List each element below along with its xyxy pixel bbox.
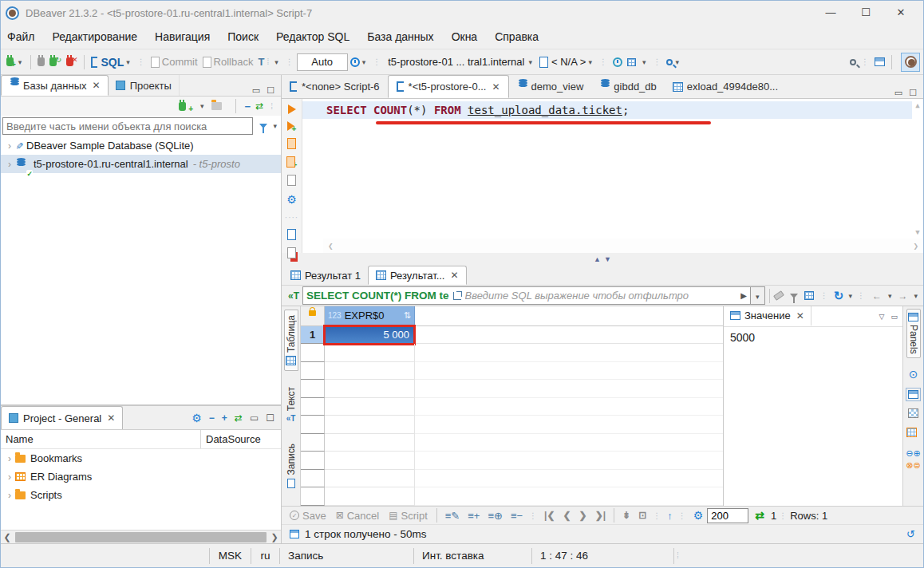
editor-hscrollbar[interactable]: ❮❯ bbox=[323, 239, 923, 253]
new-folder-icon[interactable] bbox=[211, 102, 222, 110]
cell-value-text[interactable]: 5000 bbox=[724, 327, 902, 348]
add-row-icon[interactable]: ≡+ bbox=[468, 510, 480, 522]
dbeaver-perspective-button[interactable] bbox=[901, 53, 920, 72]
filter-input[interactable]: SELECT COUNT(*) FROM te Введите SQL выра… bbox=[302, 286, 751, 305]
menu-edit[interactable]: Редактирование bbox=[52, 30, 137, 43]
menu-help[interactable]: Справка bbox=[495, 30, 539, 43]
tab-projects[interactable]: Проекты bbox=[109, 75, 180, 96]
grid-settings-gear-icon[interactable]: ⚙ bbox=[693, 509, 704, 522]
maximize-button[interactable]: ☐ bbox=[848, 2, 883, 23]
rollback-button[interactable]: Rollback bbox=[200, 53, 256, 72]
project-hscrollbar[interactable]: ❮ ❯ bbox=[1, 530, 281, 543]
connection-selector[interactable]: t5-prostore-01 ... tral1.internal▾ bbox=[384, 53, 537, 72]
menu-database[interactable]: База данных bbox=[367, 30, 433, 43]
grouping-panel-icon[interactable]: ⊙ bbox=[909, 368, 918, 381]
editor-minmax[interactable]: ▭☐ bbox=[888, 88, 923, 98]
new-connection-icon[interactable] bbox=[179, 102, 186, 111]
project-item-scripts[interactable]: › Scripts bbox=[1, 486, 281, 504]
edit-row-icon[interactable]: ≡✎ bbox=[445, 510, 460, 522]
tree-item-sample-db[interactable]: › ✎ DBeaver Sample Database (SQLite) bbox=[1, 136, 281, 155]
tree-item-t5-prostore[interactable]: › t5-prostore-01.ru-central1.internal - … bbox=[1, 155, 281, 173]
next-row-icon[interactable]: ❯ bbox=[579, 510, 587, 521]
link-editor-icon[interactable]: ⇄ bbox=[255, 101, 263, 112]
minimize-panel-icon[interactable]: ▭ bbox=[250, 412, 259, 424]
presentation-tab-record[interactable]: Запись bbox=[285, 439, 298, 492]
column-name[interactable]: Name bbox=[1, 430, 201, 448]
commit-button[interactable]: Commit bbox=[148, 53, 200, 72]
tab-result-1[interactable]: Результат 1 bbox=[283, 266, 368, 285]
er-diagram-button[interactable]: ▾ bbox=[625, 53, 651, 72]
pin-result-icon[interactable]: ↺ bbox=[906, 528, 915, 540]
new-sql-editor-button[interactable]: SQL▾ bbox=[89, 53, 134, 72]
save-filter-icon[interactable] bbox=[804, 291, 814, 300]
open-perspective-button[interactable] bbox=[872, 53, 887, 72]
tab-script-7-active[interactable]: *<t5-prostore-0... ✕ bbox=[388, 75, 509, 98]
scrollbar-thumb[interactable] bbox=[15, 532, 267, 542]
reconnect-button[interactable]: ↻ bbox=[47, 53, 64, 72]
tab-gibdd-db[interactable]: gibdd_db bbox=[591, 75, 665, 98]
column-header-expr0[interactable]: 123 EXPR$0 ⇅ bbox=[325, 306, 415, 326]
minimize-button[interactable]: — bbox=[813, 2, 848, 23]
close-icon[interactable]: ✕ bbox=[492, 81, 500, 93]
search-metadata-button[interactable]: ▾ bbox=[664, 53, 684, 72]
duplicate-row-icon[interactable]: ≡⊕ bbox=[488, 510, 502, 522]
close-icon[interactable]: ✕ bbox=[93, 80, 101, 91]
first-row-icon[interactable]: |❮ bbox=[544, 510, 555, 521]
presentation-tab-text[interactable]: Текст «T bbox=[285, 382, 298, 428]
tab-exload[interactable]: exload_4994de80... bbox=[665, 75, 786, 98]
collapse-all-icon[interactable]: − bbox=[245, 101, 251, 112]
sql-editor-body[interactable]: SELECT COUNT(*) FROM test_upload_data.ti… bbox=[302, 99, 923, 253]
explain-plan-icon[interactable] bbox=[287, 175, 296, 186]
cell-expr0-value[interactable]: 5 000 bbox=[325, 326, 415, 345]
column-datasource[interactable]: DataSource bbox=[201, 430, 281, 448]
project-item-bookmarks[interactable]: › Bookmarks bbox=[1, 449, 281, 467]
tab-script-6[interactable]: *<none> Script-6 bbox=[282, 75, 388, 98]
clear-filter-icon[interactable] bbox=[773, 290, 784, 301]
fetch-all-icon[interactable]: ⊡ bbox=[638, 510, 646, 521]
remove-filter-icon[interactable] bbox=[790, 294, 798, 298]
execute-script-new-tab-icon[interactable]: + bbox=[286, 156, 298, 168]
connect-button[interactable] bbox=[35, 53, 47, 72]
dashboard-button[interactable] bbox=[610, 53, 625, 72]
close-icon[interactable]: ✕ bbox=[107, 412, 115, 424]
cursor-position[interactable]: 1 : 47 : 46 bbox=[532, 548, 674, 564]
menu-search[interactable]: Поиск bbox=[227, 30, 259, 43]
fetch-page-icon[interactable]: ⇟ bbox=[622, 510, 630, 521]
maximize-panel-icon[interactable]: ☐ bbox=[266, 412, 274, 424]
export-from-query-icon[interactable] bbox=[287, 229, 296, 240]
metadata-panel-icon[interactable] bbox=[908, 408, 918, 418]
aggregate-panel-icon[interactable] bbox=[906, 428, 917, 437]
chevron-right-icon[interactable]: › bbox=[4, 159, 15, 170]
value-viewer-icon[interactable] bbox=[908, 390, 918, 399]
grid-corner-cell[interactable] bbox=[301, 306, 325, 326]
menu-file[interactable]: Файл bbox=[7, 30, 34, 43]
expand-filter-icon[interactable] bbox=[453, 292, 461, 300]
scroll-right-icon[interactable]: ❯ bbox=[268, 532, 281, 542]
refresh-icon[interactable]: ⇄ bbox=[755, 509, 764, 522]
sql-settings-gear-icon[interactable]: ⚙ bbox=[286, 193, 297, 206]
view-menu-icon[interactable]: ▽ bbox=[879, 313, 885, 321]
nav-back-icon[interactable]: ← bbox=[872, 290, 882, 302]
scroll-left-icon[interactable]: ❮ bbox=[1, 532, 14, 542]
prev-row-icon[interactable]: ❮ bbox=[563, 510, 571, 521]
execute-statement-icon[interactable] bbox=[288, 105, 296, 114]
menu-navigation[interactable]: Навигация bbox=[155, 30, 210, 43]
export-data-icon[interactable]: ↑ bbox=[667, 510, 673, 522]
cancel-button[interactable]: ⊠Cancel bbox=[336, 510, 380, 522]
fetch-size-input[interactable] bbox=[707, 508, 748, 523]
apply-filter-icon[interactable]: ▶ bbox=[740, 291, 747, 300]
last-row-icon[interactable]: ❯| bbox=[595, 510, 606, 521]
nav-forward-icon[interactable]: → bbox=[898, 290, 907, 302]
calc-panel-icon[interactable]: ⊖⊕⊗⊜ bbox=[906, 447, 920, 471]
row-number[interactable]: 1 bbox=[301, 326, 325, 345]
panels-toggle-button[interactable]: Panels bbox=[906, 309, 921, 358]
tab-result-2-active[interactable]: Результат... ✕ bbox=[368, 266, 467, 285]
project-item-er-diagrams[interactable]: › ER Diagrams bbox=[1, 467, 281, 486]
filter-icon[interactable] bbox=[259, 124, 267, 128]
refresh-icon[interactable]: ↻ bbox=[834, 289, 844, 303]
execute-new-tab-icon[interactable]: + bbox=[287, 121, 297, 131]
menu-windows[interactable]: Окна bbox=[452, 30, 478, 43]
schema-selector[interactable]: < N/A >▾ bbox=[537, 53, 597, 72]
close-icon[interactable]: ✕ bbox=[451, 270, 459, 281]
delete-row-icon[interactable]: ≡− bbox=[511, 510, 523, 522]
